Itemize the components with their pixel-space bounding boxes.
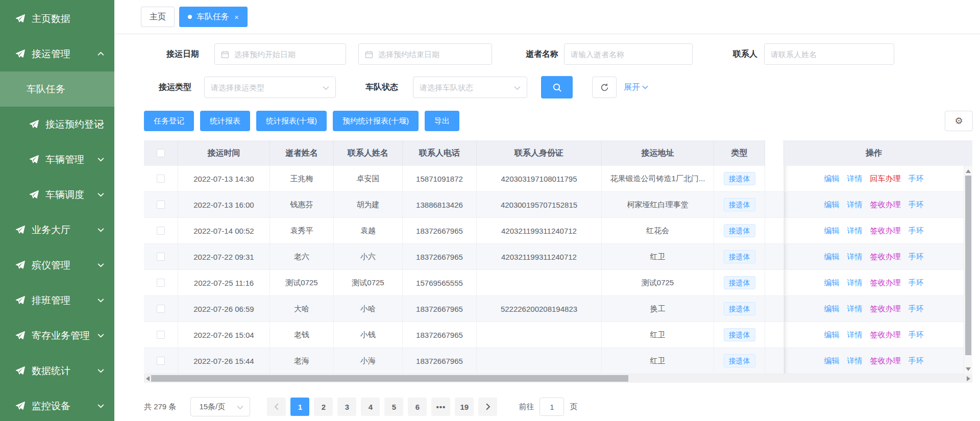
horizontal-scrollbar-thumb[interactable] [151, 375, 628, 382]
sign-process-link[interactable]: 签收办理 [870, 304, 901, 314]
wristband-link[interactable]: 手环 [909, 356, 924, 366]
transfer-type-select-input[interactable] [205, 77, 335, 97]
column-settings-button[interactable]: ⚙ [945, 111, 973, 131]
stats-report-shiyan-button[interactable]: 统计报表(十堰) [256, 111, 327, 131]
sidebar-item-monitor-device[interactable]: 监控设备 [0, 388, 114, 421]
detail-link[interactable]: 详情 [847, 330, 863, 340]
page-button-3[interactable]: 3 [337, 398, 356, 416]
wristband-link[interactable]: 手环 [909, 200, 924, 210]
scroll-right-arrow[interactable] [965, 374, 972, 383]
sidebar-item-vehicle-dispatch[interactable]: 车辆调度 [0, 177, 114, 212]
wristband-link[interactable]: 手环 [909, 278, 924, 288]
deceased-name-input[interactable] [565, 44, 692, 64]
page-button-4[interactable]: 4 [361, 398, 380, 416]
date-end-field[interactable] [358, 43, 492, 65]
row-checkbox[interactable] [157, 331, 165, 339]
detail-link[interactable]: 详情 [847, 226, 863, 236]
detail-link[interactable]: 详情 [847, 356, 863, 366]
sign-process-link[interactable]: 签收办理 [870, 226, 901, 236]
sidebar-item-vehicle-management[interactable]: 车辆管理 [0, 142, 114, 177]
pager-more-button[interactable]: ••• [431, 398, 450, 416]
refresh-button[interactable] [592, 77, 617, 98]
sign-process-link[interactable]: 签收办理 [870, 330, 901, 340]
page-size-select[interactable]: 15条/页 [190, 397, 250, 416]
tab-fleet-task[interactable]: 车队任务× [179, 7, 248, 27]
detail-link[interactable]: 详情 [847, 174, 863, 184]
sidebar-item-storage-management[interactable]: 寄存业务管理 [0, 318, 114, 353]
fleet-status-select-input[interactable] [413, 77, 527, 97]
row-select-cell [144, 322, 178, 348]
sign-process-link[interactable]: 签收办理 [870, 200, 901, 210]
expand-link[interactable]: 展开 [624, 82, 648, 93]
reservation-stats-report-shiyan-button[interactable]: 预约统计报表(十堰) [333, 111, 419, 131]
edit-link[interactable]: 编辑 [824, 200, 840, 210]
sidebar-item-shift-management[interactable]: 排班管理 [0, 283, 114, 318]
select-all-checkbox[interactable] [157, 149, 165, 157]
wristband-link[interactable]: 手环 [909, 304, 924, 314]
row-checkbox[interactable] [157, 305, 165, 313]
sidebar-item-transfer-management[interactable]: 接运管理 [0, 36, 114, 71]
search-button[interactable] [541, 76, 573, 98]
edit-link[interactable]: 编辑 [824, 356, 840, 366]
goto-page-input[interactable] [540, 398, 564, 416]
detail-link[interactable]: 详情 [847, 304, 863, 314]
edit-link[interactable]: 编辑 [824, 226, 840, 236]
next-page-button[interactable] [478, 398, 497, 416]
row-checkbox[interactable] [157, 279, 165, 287]
sidebar-item-data-statistics[interactable]: 数据统计 [0, 353, 114, 388]
date-end-input[interactable] [359, 44, 492, 64]
edit-link[interactable]: 编辑 [824, 174, 840, 184]
page-button-19[interactable]: 19 [455, 398, 474, 416]
row-checkbox[interactable] [157, 357, 165, 365]
sidebar-item-fleet-task[interactable]: 车队任务 [0, 71, 114, 107]
type-cell: 接遗体 [714, 192, 765, 217]
vertical-scrollbar-thumb[interactable] [965, 176, 971, 355]
page-button-5[interactable]: 5 [384, 398, 403, 416]
edit-link[interactable]: 编辑 [824, 278, 840, 288]
tab-close-icon[interactable]: × [234, 13, 239, 21]
contact-field[interactable] [764, 43, 894, 65]
sidebar-item-funeral-management[interactable]: 殡仪管理 [0, 247, 114, 283]
edit-link[interactable]: 编辑 [824, 330, 840, 340]
scroll-up-arrow[interactable] [964, 167, 972, 175]
row-checkbox[interactable] [157, 175, 165, 183]
date-start-input[interactable] [215, 44, 346, 64]
deceased-name-field[interactable] [564, 43, 693, 65]
row-checkbox[interactable] [157, 201, 165, 209]
prev-page-button[interactable] [267, 398, 286, 416]
date-start-field[interactable] [214, 43, 346, 65]
sidebar-item-transfer-reservation[interactable]: 接运预约登记 [0, 107, 114, 142]
task-register-button[interactable]: 任务登记 [144, 111, 194, 131]
fleet-status-select[interactable] [413, 77, 527, 98]
column-header: 联系人身份证 [477, 140, 602, 166]
export-button[interactable]: 导出 [425, 111, 459, 131]
scroll-left-arrow[interactable] [144, 374, 152, 383]
sidebar-item-business-hall[interactable]: 业务大厅 [0, 212, 114, 247]
return-car-process-link[interactable]: 回车办理 [870, 174, 901, 184]
scroll-down-arrow[interactable] [964, 365, 972, 373]
wristband-link[interactable]: 手环 [909, 330, 924, 340]
stats-report-button[interactable]: 统计报表 [200, 111, 250, 131]
horizontal-scrollbar[interactable] [144, 374, 972, 383]
detail-link[interactable]: 详情 [847, 200, 863, 210]
page-button-2[interactable]: 2 [314, 398, 333, 416]
sign-process-link[interactable]: 签收办理 [870, 278, 901, 288]
edit-link[interactable]: 编辑 [824, 252, 840, 262]
wristband-link[interactable]: 手环 [909, 252, 924, 262]
wristband-link[interactable]: 手环 [909, 174, 924, 184]
contact-input[interactable] [765, 44, 894, 64]
page-button-6[interactable]: 6 [408, 398, 427, 416]
page-button-1[interactable]: 1 [290, 398, 309, 416]
detail-link[interactable]: 详情 [847, 278, 863, 288]
sign-process-link[interactable]: 签收办理 [870, 356, 901, 366]
transfer-type-select[interactable] [204, 77, 336, 98]
edit-link[interactable]: 编辑 [824, 304, 840, 314]
vertical-scrollbar[interactable] [964, 166, 972, 374]
row-checkbox[interactable] [157, 253, 165, 261]
detail-link[interactable]: 详情 [847, 252, 863, 262]
sign-process-link[interactable]: 签收办理 [870, 252, 901, 262]
row-checkbox[interactable] [157, 227, 165, 235]
sidebar-item-home-data[interactable]: 主页数据 [0, 1, 114, 36]
tab-home[interactable]: 主页 [141, 7, 175, 27]
wristband-link[interactable]: 手环 [909, 226, 924, 236]
